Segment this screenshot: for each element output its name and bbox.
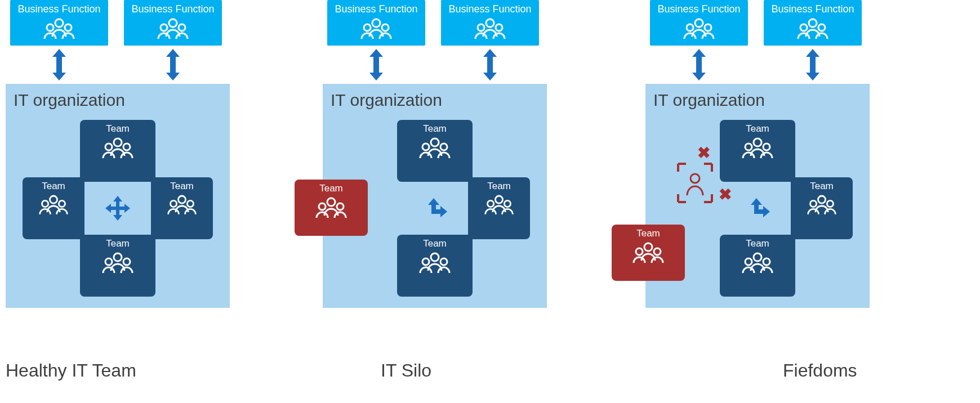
it-organization-title: IT organization: [14, 91, 222, 110]
arrow-row: [645, 49, 927, 80]
team-box: Team: [720, 120, 795, 182]
business-function-row: Business Function Business Function: [323, 0, 604, 46]
four-way-arrow-icon: [104, 195, 131, 222]
team-label: Team: [720, 238, 795, 249]
people-icon: [418, 249, 452, 274]
double-arrow-vertical-icon: [692, 49, 706, 80]
team-box: Team: [791, 177, 853, 239]
business-function-box: Business Function: [650, 0, 748, 46]
business-function-box: Business Function: [441, 0, 539, 46]
business-function-label: Business Function: [764, 3, 862, 15]
it-organization-title: IT organization: [653, 91, 862, 110]
team-box-isolated: Team: [612, 225, 685, 281]
people-icon: [314, 194, 348, 219]
team-label: Team: [397, 238, 473, 249]
people-icon: [42, 15, 76, 40]
team-box: Team: [80, 120, 155, 182]
column-healthy: Business Function Business Function IT o…: [6, 0, 287, 308]
column-caption: Healthy IT Team: [6, 360, 136, 381]
person-icon: [684, 172, 706, 196]
team-label: Team: [23, 181, 84, 192]
team-box: Team: [720, 235, 795, 297]
column-caption: IT Silo: [381, 360, 431, 381]
center-connector: [97, 192, 139, 225]
team-box: Team: [468, 177, 530, 239]
team-label: Team: [397, 123, 473, 135]
people-icon: [166, 192, 198, 216]
team-box: Team: [151, 177, 213, 239]
team-label: Team: [720, 123, 795, 135]
team-label: Team: [295, 183, 368, 194]
double-arrow-vertical-icon: [483, 49, 497, 80]
focus-brackets: [677, 163, 722, 212]
team-label: Team: [791, 181, 853, 192]
it-organization-box: IT organization Team Team Team Team: [6, 84, 230, 308]
business-function-row: Business Function Business Function: [645, 0, 927, 46]
it-organization-box: IT organization Team Team Team ✖ ✖ Team: [645, 84, 870, 308]
center-connector: [414, 192, 456, 225]
team-label: Team: [80, 123, 155, 135]
team-label: Team: [468, 181, 530, 192]
people-icon: [156, 15, 190, 40]
people-icon: [38, 192, 69, 216]
double-arrow-vertical-icon: [806, 49, 819, 80]
people-icon: [631, 239, 665, 264]
team-label: Team: [151, 181, 213, 192]
business-function-box: Business Function: [124, 0, 222, 46]
business-function-box: Business Function: [327, 0, 425, 46]
business-function-label: Business Function: [10, 3, 108, 15]
business-function-box: Business Function: [10, 0, 108, 46]
team-box: Team: [80, 235, 155, 297]
people-icon: [806, 192, 838, 216]
double-arrow-vertical-icon: [52, 49, 66, 80]
column-silo: Business Function Business Function IT o…: [323, 0, 604, 308]
people-icon: [741, 249, 774, 274]
x-mark-icon: ✖: [697, 144, 710, 162]
column-caption: Fiefdoms: [783, 360, 857, 381]
team-box: Team: [397, 235, 473, 297]
x-mark-icon: ✖: [719, 185, 732, 204]
business-function-label: Business Function: [441, 3, 539, 15]
team-box-isolated: Team: [295, 180, 368, 236]
business-function-label: Business Function: [650, 3, 748, 15]
people-icon: [418, 135, 452, 159]
business-function-row: Business Function Business Function: [6, 0, 287, 46]
people-icon: [483, 192, 515, 216]
people-icon: [101, 249, 135, 274]
people-icon: [101, 135, 135, 159]
column-fiefdoms: Business Function Business Function IT o…: [645, 0, 927, 308]
team-label: Team: [80, 238, 155, 249]
up-right-arrow-icon: [744, 197, 771, 220]
business-function-label: Business Function: [327, 3, 425, 15]
center-connector: [737, 192, 778, 225]
team-label: Team: [612, 228, 685, 239]
people-icon: [359, 15, 393, 40]
people-icon: [796, 15, 830, 40]
up-right-arrow-icon: [421, 197, 448, 220]
arrow-row: [323, 49, 604, 80]
arrow-row: [6, 49, 287, 80]
people-icon: [682, 15, 716, 40]
people-icon: [741, 135, 774, 159]
business-function-box: Business Function: [764, 0, 862, 46]
business-function-label: Business Function: [124, 3, 222, 15]
team-box: Team: [397, 120, 473, 182]
team-box: Team: [23, 177, 84, 239]
double-arrow-vertical-icon: [166, 49, 180, 80]
double-arrow-vertical-icon: [369, 49, 383, 80]
it-organization-title: IT organization: [331, 91, 539, 110]
people-icon: [473, 15, 507, 40]
it-organization-box: IT organization Team Team Team Team: [323, 84, 547, 308]
